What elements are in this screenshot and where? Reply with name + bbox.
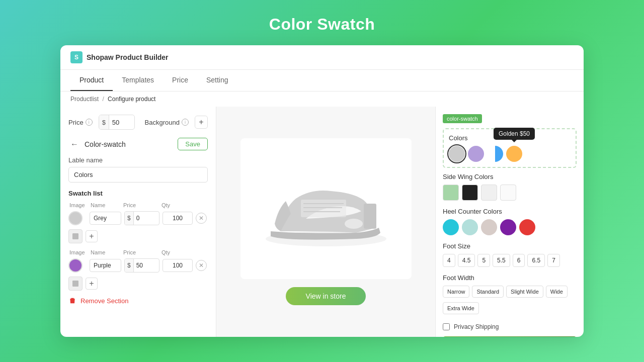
heel-swatch-purple[interactable]	[500, 219, 516, 235]
section-header: ← Color-swatch Save	[68, 138, 208, 150]
swatch-list-label: Swatch list	[68, 190, 208, 197]
svg-rect-1	[301, 200, 346, 217]
heel-swatch-red[interactable]	[519, 219, 535, 235]
add-item-btn-purple[interactable]: +	[86, 278, 98, 290]
right-panel: color-swatch Colors Golden $50	[435, 107, 584, 337]
widths-row: Narrow Standard Slight Wide Wide Extra W…	[443, 286, 577, 316]
col-image: Image	[69, 202, 88, 208]
sizes-row: 4 4.5 5 5.5 6 6.5 7	[443, 254, 577, 267]
swatch-cols-header: Image Name Price Qty	[68, 202, 208, 208]
nav-item-product[interactable]: Product	[70, 70, 113, 91]
price-input-wrap: $	[99, 115, 135, 130]
color-swatch-golden[interactable]	[506, 146, 522, 162]
heel-counter-section: Heel Counter Colors	[443, 208, 577, 235]
col-qty2: Qty	[162, 249, 192, 255]
brand-name: Shopaw Product Builder	[87, 53, 169, 61]
wing-swatch-green[interactable]	[443, 185, 459, 201]
back-button[interactable]: ←	[68, 138, 80, 150]
width-slight[interactable]: Slight Wide	[506, 286, 543, 298]
add-to-cart-button[interactable]: ADD TO CART	[443, 336, 577, 337]
heel-swatch-teal[interactable]	[443, 219, 459, 235]
nav-item-setting[interactable]: Setting	[197, 70, 237, 91]
save-button[interactable]: Save	[178, 138, 208, 150]
swatch-circle-purple[interactable]	[68, 258, 83, 273]
label-name-field-label: Lable name	[68, 156, 208, 164]
view-store-button[interactable]: View in store	[286, 287, 366, 305]
swatch-price-grey[interactable]	[134, 215, 151, 222]
swatch-qty-purple[interactable]	[163, 259, 193, 272]
page-title: Color Swatch	[269, 15, 375, 34]
foot-width-section: Foot Width Narrow Standard Slight Wide W…	[443, 274, 577, 316]
swatch-price-grey-wrap: $	[124, 211, 159, 225]
wing-swatch-black[interactable]	[462, 185, 478, 201]
svg-rect-5	[364, 204, 376, 229]
wing-swatch-light[interactable]	[481, 185, 497, 201]
size-5-5[interactable]: 5.5	[493, 254, 510, 267]
swatch-row-1: $ ✕	[68, 258, 208, 273]
svg-point-6	[345, 219, 363, 229]
add-image-row-purple: +	[68, 277, 208, 291]
color-swatch-grey[interactable]	[449, 146, 465, 162]
heel-swatch-tan[interactable]	[481, 219, 497, 235]
add-image-row-grey: +	[68, 229, 208, 243]
col-image2: Image	[69, 249, 88, 255]
width-narrow[interactable]: Narrow	[443, 286, 469, 298]
card-header: S Shopaw Product Builder	[60, 45, 584, 70]
label-name-section: Lable name	[68, 156, 208, 183]
trash-icon	[68, 297, 76, 305]
wing-swatch-white[interactable]	[500, 185, 516, 201]
main-card: S Shopaw Product Builder Product Templat…	[60, 45, 584, 337]
swatch-name-grey[interactable]	[90, 212, 121, 225]
breadcrumb-parent[interactable]: Productlist	[70, 96, 99, 103]
privacy-checkbox[interactable]	[443, 323, 450, 330]
background-add-button[interactable]: +	[195, 116, 208, 129]
privacy-row: Privacy Shipping	[443, 323, 577, 330]
side-wing-swatches	[443, 185, 577, 201]
remove-section-button[interactable]: Remove Section	[80, 297, 128, 305]
col-qty: Qty	[162, 202, 192, 208]
label-name-input[interactable]	[68, 167, 208, 183]
color-swatch-blue[interactable]	[487, 146, 503, 162]
color-swatch-lavender[interactable]	[468, 146, 484, 162]
privacy-label: Privacy Shipping	[454, 323, 499, 330]
width-standard[interactable]: Standard	[472, 286, 504, 298]
size-5[interactable]: 5	[477, 254, 490, 267]
size-4-5[interactable]: 4.5	[458, 254, 475, 267]
size-4[interactable]: 4	[443, 254, 455, 267]
width-wide[interactable]: Wide	[546, 286, 568, 298]
card-nav: Product Templates Price Setting	[60, 70, 584, 92]
swatch-remove-grey[interactable]: ✕	[196, 213, 207, 224]
nav-item-price[interactable]: Price	[163, 70, 197, 91]
size-6[interactable]: 6	[513, 254, 525, 267]
size-6-5[interactable]: 6.5	[527, 254, 545, 267]
side-wing-section: Side Wing Colors	[443, 173, 577, 201]
swatch-name-purple[interactable]	[90, 259, 121, 272]
swatch-dollar-grey: $	[125, 212, 134, 225]
price-info-icon[interactable]: i	[86, 119, 93, 126]
price-input[interactable]	[109, 119, 134, 126]
add-item-btn-grey[interactable]: +	[86, 230, 98, 242]
color-swatch-golden-wrap: Golden $50	[506, 146, 522, 162]
background-label: Background i	[145, 119, 189, 126]
foot-size-title: Foot Size	[443, 242, 577, 250]
card-body: Price i $ Background i + ← Color-swatch …	[60, 107, 584, 337]
swatch-circle-grey[interactable]	[68, 211, 83, 225]
heel-swatch-mint[interactable]	[462, 219, 478, 235]
width-extra-wide[interactable]: Extra Wide	[443, 302, 479, 314]
swatch-remove-purple[interactable]: ✕	[196, 260, 207, 271]
left-panel: Price i $ Background i + ← Color-swatch …	[60, 107, 216, 337]
nav-item-templates[interactable]: Templates	[113, 70, 163, 91]
background-info-icon[interactable]: i	[182, 119, 189, 126]
size-7[interactable]: 7	[547, 254, 560, 267]
breadcrumb: Productlist / Configure product	[60, 92, 584, 107]
product-image-wrap	[240, 138, 412, 279]
img-placeholder-grey	[68, 229, 83, 243]
swatch-row-0: $ ✕	[68, 211, 208, 225]
price-dollar: $	[99, 115, 109, 129]
swatch-qty-grey[interactable]	[163, 212, 193, 225]
col-price2: Price	[123, 249, 158, 255]
col-name2: Name	[91, 249, 120, 255]
img-placeholder-purple	[68, 277, 83, 291]
price-label: Price i	[68, 119, 93, 126]
swatch-price-purple[interactable]	[134, 262, 151, 269]
